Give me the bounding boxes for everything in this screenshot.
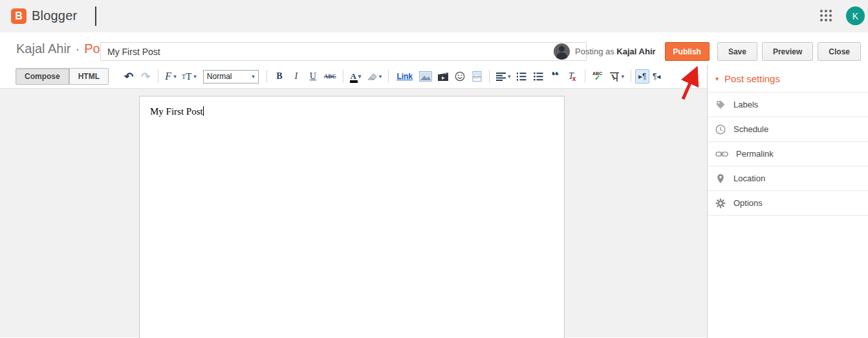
bullet-list-button[interactable] (533, 69, 545, 84)
posting-as-name: Kajal Ahir (616, 47, 655, 56)
clock-icon (715, 124, 726, 135)
post-settings-header[interactable]: ▾ Post settings (708, 65, 868, 93)
canvas-area: My First Post (0, 89, 707, 337)
insert-image-button[interactable] (419, 69, 432, 84)
bullet-list-icon (534, 72, 543, 81)
caret-divider (95, 6, 96, 26)
devanagari-a-icon (609, 71, 620, 82)
chevron-down-icon: ▾ (508, 73, 511, 80)
pin-icon (715, 174, 726, 184)
app-title[interactable]: Blogger (32, 8, 77, 23)
editor-canvas[interactable]: My First Post (139, 96, 565, 338)
toolbar-separator (158, 70, 158, 83)
sidebar-item-schedule[interactable]: Schedule (708, 117, 868, 142)
tab-compose[interactable]: Compose (16, 68, 69, 85)
insert-link-button[interactable]: Link (396, 72, 413, 81)
chevron-down-icon: ▾ (379, 73, 382, 80)
editor-toolbar: Compose HTML ↶ ↷ F▾ TT▾ Normal▾ B I U AB… (0, 65, 707, 89)
body: Compose HTML ↶ ↷ F▾ TT▾ Normal▾ B I U AB… (0, 65, 868, 338)
eraser-icon (367, 72, 377, 81)
spellcheck-button[interactable]: ABC✓ (592, 69, 603, 84)
sidebar-item-location[interactable]: Location (708, 166, 868, 191)
emoji-button[interactable] (454, 69, 466, 84)
bold-button[interactable]: B (274, 69, 285, 84)
strikethrough-button[interactable]: ABC (324, 69, 336, 84)
italic-button[interactable]: I (290, 69, 302, 84)
chevron-down-icon: ▾ (715, 75, 719, 82)
alignment-button[interactable]: ▾ (496, 69, 511, 84)
post-title-input[interactable] (100, 42, 587, 61)
text-background-color-button[interactable]: ▾ (367, 69, 382, 84)
person-icon (559, 46, 565, 52)
mode-tabs: Compose HTML (16, 68, 109, 85)
save-button[interactable]: Save (717, 42, 757, 61)
header-row: Kajal Ahir · Post Posting as Kajal Ahir … (0, 32, 868, 65)
text-cursor (203, 106, 204, 116)
gear-icon (715, 198, 726, 208)
page-break-icon (472, 71, 482, 82)
tab-html[interactable]: HTML (69, 68, 109, 85)
image-icon (419, 71, 432, 82)
post-settings-label: Post settings (724, 73, 780, 84)
ltr-direction-button[interactable]: ▸¶ (635, 69, 649, 84)
editor-text: My First Post (150, 106, 203, 117)
posting-avatar (554, 43, 570, 60)
post-settings-sidebar: ▾ Post settings Labels Schedule Permalin… (707, 65, 868, 338)
blogger-logo-icon[interactable]: B (11, 8, 27, 24)
user-avatar[interactable]: K (846, 6, 865, 25)
preview-button[interactable]: Preview (762, 42, 813, 61)
toolbar-separator (343, 70, 343, 83)
clear-formatting-button[interactable]: Tx (567, 69, 578, 84)
toolbar-separator (388, 70, 389, 83)
toolbar-separator (631, 70, 631, 83)
numbered-list-button[interactable] (516, 69, 528, 84)
link-icon (715, 150, 728, 158)
sidebar-item-labels[interactable]: Labels (708, 93, 868, 117)
chevron-down-icon: ▾ (173, 73, 177, 80)
tag-icon (715, 100, 726, 110)
toolbar-separator (489, 70, 490, 83)
align-left-icon (496, 73, 506, 81)
main-column: Compose HTML ↶ ↷ F▾ TT▾ Normal▾ B I U AB… (0, 65, 707, 338)
video-icon (437, 71, 449, 82)
font-size-button[interactable]: TT▾ (182, 69, 197, 84)
toolbar-separator (266, 70, 267, 83)
transliteration-button[interactable]: ▾ (609, 69, 625, 84)
blogger-post-editor: B Blogger K Kajal Ahir · Post Posting as… (0, 0, 868, 338)
redo-button[interactable]: ↷ (140, 69, 151, 84)
font-family-button[interactable]: F▾ (165, 69, 177, 84)
topbar: B Blogger K (0, 0, 868, 32)
publish-button[interactable]: Publish (665, 42, 710, 61)
insert-video-button[interactable] (437, 69, 449, 84)
smiley-icon (455, 71, 465, 82)
check-icon: ✓ (594, 74, 600, 82)
quote-button[interactable]: “ (550, 69, 561, 84)
breadcrumb-separator: · (76, 41, 80, 56)
chevron-down-icon: ▾ (622, 73, 625, 80)
text-color-button[interactable]: A▾ (350, 69, 362, 84)
posting-as-text: Posting as Kajal Ahir (575, 47, 656, 56)
close-button[interactable]: Close (818, 42, 861, 61)
paragraph-style-dropdown[interactable]: Normal▾ (203, 70, 259, 84)
blog-name[interactable]: Kajal Ahir (16, 41, 71, 56)
rtl-direction-button[interactable]: ¶◂ (649, 69, 664, 84)
sidebar-item-options[interactable]: Options (708, 191, 868, 216)
insert-jump-break-button[interactable] (471, 69, 483, 84)
undo-button[interactable]: ↶ (123, 69, 135, 84)
sidebar-item-permalink[interactable]: Permalink (708, 142, 868, 166)
chevron-down-icon: ▾ (252, 73, 255, 80)
toolbar-separator (585, 70, 585, 83)
numbered-list-icon (517, 72, 526, 81)
chevron-down-icon: ▾ (193, 73, 197, 80)
color-swatch (350, 80, 358, 83)
underline-button[interactable]: U (307, 69, 319, 84)
logo-letter: B (15, 10, 23, 22)
chevron-down-icon: ▾ (358, 73, 362, 80)
breadcrumb: Kajal Ahir · Post (16, 32, 110, 65)
header-actions: Posting as Kajal Ahir Publish Save Previ… (554, 42, 861, 61)
google-apps-grid-icon[interactable] (820, 10, 833, 23)
avatar-letter: K (852, 11, 858, 21)
